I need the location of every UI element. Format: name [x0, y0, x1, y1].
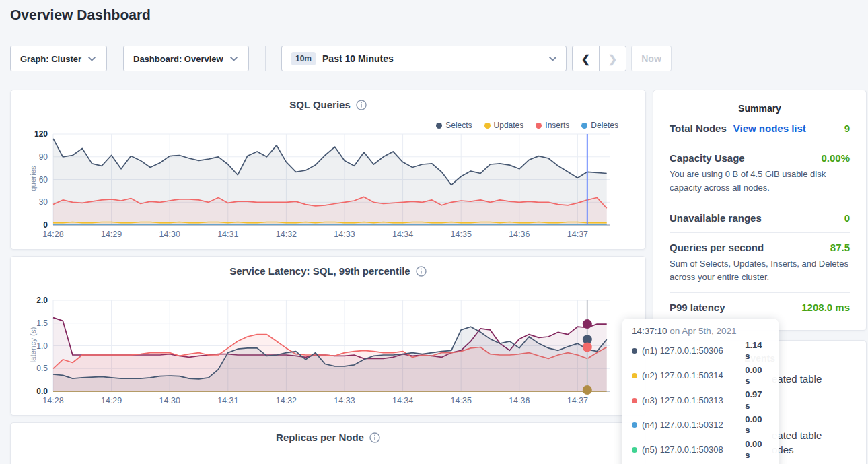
x-axis-tick: 14:30 — [153, 230, 186, 239]
x-axis-tick: 14:34 — [386, 396, 420, 405]
summary-description: You are using 0 B of 4.5 GiB usable disk… — [670, 168, 850, 194]
graph-dropdown[interactable]: Graph: Cluster — [10, 46, 107, 71]
x-axis-tick: 14:37 — [560, 230, 594, 239]
event-list-item[interactable]: eated table — [772, 430, 822, 441]
node-dot-icon — [632, 398, 637, 403]
x-axis-tick: 14:29 — [95, 230, 129, 239]
node-dot-icon — [632, 447, 637, 453]
service-latency-chart[interactable]: 0.00.51.01.52.014:2814:2914:3014:3114:32… — [11, 257, 645, 415]
node-dot-icon — [632, 373, 637, 378]
x-axis-tick: 14:28 — [36, 396, 70, 405]
sql-queries-chart[interactable]: 030609012014:2814:2914:3014:3114:3214:33… — [11, 90, 645, 249]
x-axis-tick: 14:36 — [503, 396, 536, 405]
x-axis-tick: 14:37 — [560, 396, 594, 405]
x-axis-tick: 14:31 — [211, 230, 245, 239]
chevron-left-icon: ❮ — [581, 53, 590, 65]
y-axis-tick: 0.0 — [21, 387, 48, 396]
summary-row-total-nodes: Total Nodes View nodes list 9 — [670, 114, 850, 143]
x-axis-tick: 14:32 — [269, 230, 303, 239]
tooltip-node-row: (n5) 127.0.0.1:503080.00 s — [632, 439, 769, 461]
sql-queries-panel: SQL Queries SelectsUpdatesInsertsDeletes… — [10, 90, 646, 250]
chart-plot[interactable] — [53, 300, 610, 391]
tooltip-node-row: (n4) 127.0.0.1:503120.00 s — [632, 414, 769, 436]
dashboard-dropdown[interactable]: Dashboard: Overview — [123, 46, 249, 71]
summary-value: 87.5 — [830, 242, 850, 253]
x-axis-tick: 14:28 — [36, 230, 70, 239]
summary-value: 9 — [844, 123, 850, 134]
node-latency-value: 0.00 s — [745, 414, 769, 436]
node-latency-value: 0.97 s — [745, 389, 769, 411]
summary-value: 0.00% — [821, 152, 850, 164]
x-axis-tick: 14:34 — [386, 230, 420, 239]
node-dot-icon — [632, 348, 637, 354]
node-address: (n3) 127.0.0.1:50313 — [642, 395, 740, 406]
time-prev-button[interactable]: ❮ — [572, 46, 600, 71]
y-axis-tick: 2.0 — [21, 296, 48, 305]
x-axis-tick: 14:31 — [211, 396, 245, 405]
info-icon[interactable] — [369, 432, 380, 443]
tooltip-node-row: (n2) 127.0.0.1:503140.00 s — [632, 365, 769, 387]
x-axis-tick: 14:36 — [503, 230, 536, 239]
node-latency-value: 1.14 s — [745, 340, 769, 362]
chart-plot[interactable] — [53, 134, 610, 225]
summary-title: Summary — [670, 90, 850, 114]
time-range-label: Past 10 Minutes — [322, 53, 542, 64]
y-axis-tick: 120 — [21, 129, 48, 139]
node-dot-icon — [632, 422, 637, 428]
summary-label: Unavailable ranges — [670, 212, 762, 224]
node-address: (n1) 127.0.0.1:50306 — [642, 345, 740, 356]
x-axis-tick: 14:32 — [269, 396, 303, 405]
chart-title-row: Replicas per Node — [11, 432, 645, 443]
chevron-right-icon: ❯ — [608, 53, 617, 65]
tooltip-time: 14:37:10 — [632, 326, 667, 336]
summary-row-qps: Queries per second 87.5 Sum of Selects, … — [670, 233, 850, 293]
chart-hover-tooltip: 14:37:10 on Apr 5th, 2021 (n1) 127.0.0.1… — [622, 319, 779, 464]
tooltip-node-row: (n1) 127.0.0.1:503061.14 s — [632, 340, 769, 362]
x-axis-tick: 14:30 — [153, 396, 186, 405]
node-latency-value: 0.00 s — [745, 439, 769, 461]
summary-label: Capacity Usage — [670, 152, 745, 164]
chevron-down-icon — [230, 57, 238, 61]
x-axis-tick: 14:33 — [328, 230, 361, 239]
x-axis-tick: 14:35 — [444, 230, 478, 239]
replicas-per-node-panel: Replicas per Node — [10, 422, 646, 464]
y-axis-label: latency (s) — [29, 304, 37, 385]
node-address: (n5) 127.0.0.1:50308 — [642, 444, 740, 455]
summary-label: P99 latency — [670, 302, 725, 313]
node-address: (n4) 127.0.0.1:50312 — [642, 420, 740, 430]
tooltip-node-row: (n3) 127.0.0.1:503130.97 s — [632, 389, 769, 411]
time-range-badge: 10m — [291, 52, 316, 65]
summary-label: Queries per second — [670, 242, 764, 253]
chevron-down-icon — [88, 57, 96, 61]
chart-title: Replicas per Node — [276, 432, 364, 443]
x-axis-tick: 14:29 — [95, 396, 129, 405]
overview-dashboard-page: Overview Dashboard Graph: Cluster Dashbo… — [0, 0, 868, 464]
x-axis-tick: 14:33 — [328, 396, 361, 405]
summary-value: 1208.0 ms — [801, 302, 850, 313]
summary-row-capacity: Capacity Usage 0.00% You are using 0 B o… — [670, 143, 850, 203]
tooltip-node-list: (n1) 127.0.0.1:503061.14 s(n2) 127.0.0.1… — [632, 340, 769, 464]
chevron-down-icon — [549, 57, 556, 61]
tooltip-date: on Apr 5th, 2021 — [670, 326, 736, 336]
now-button[interactable]: Now — [631, 46, 672, 71]
summary-description: Sum of Selects, Updates, Inserts, and De… — [670, 257, 850, 284]
y-axis-label: queries — [29, 138, 37, 219]
view-nodes-list-link[interactable]: View nodes list — [733, 123, 806, 134]
dashboard-dropdown-label: Dashboard: Overview — [133, 54, 223, 64]
x-axis-tick: 14:35 — [444, 396, 478, 405]
tooltip-timestamp: 14:37:10 on Apr 5th, 2021 — [632, 326, 769, 336]
time-next-button[interactable]: ❯ — [599, 46, 626, 71]
time-range-dropdown[interactable]: 10m Past 10 Minutes — [281, 46, 567, 71]
divider — [265, 46, 266, 71]
summary-row-p99: P99 latency 1208.0 ms — [670, 293, 850, 322]
summary-value: 0 — [844, 212, 850, 224]
page-title: Overview Dashboard — [10, 7, 151, 23]
summary-label: Total Nodes — [670, 123, 727, 134]
summary-panel: Summary Total Nodes View nodes list 9 Ca… — [653, 90, 867, 331]
node-address: (n2) 127.0.0.1:50314 — [642, 370, 740, 381]
event-list-item[interactable]: eated table — [772, 373, 822, 385]
graph-dropdown-label: Graph: Cluster — [20, 54, 81, 64]
summary-row-unavailable-ranges: Unavailable ranges 0 — [670, 203, 850, 233]
y-axis-tick: 0 — [21, 220, 48, 230]
service-latency-panel: Service Latency: SQL, 99th percentile 0.… — [10, 256, 646, 416]
